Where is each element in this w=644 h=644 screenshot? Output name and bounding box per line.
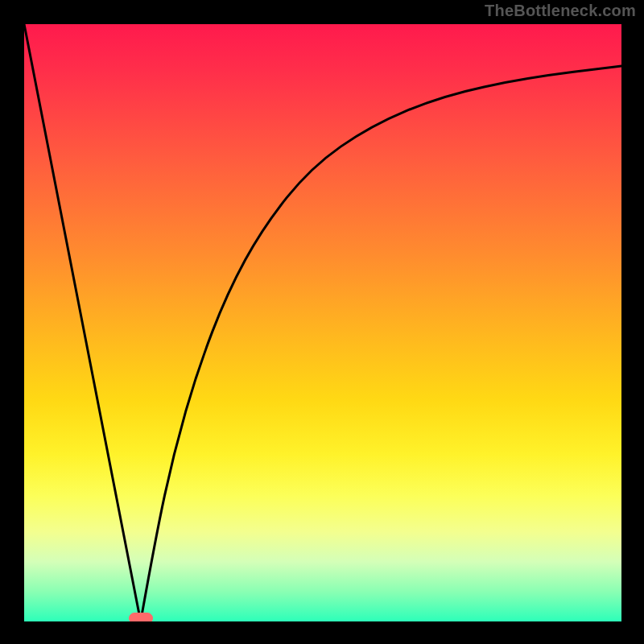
minimum-marker xyxy=(129,613,153,621)
curve-right xyxy=(141,66,621,621)
curve-layer xyxy=(24,24,621,621)
curve-left xyxy=(24,24,141,621)
chart-frame: TheBottleneck.com xyxy=(0,0,644,644)
watermark-text: TheBottleneck.com xyxy=(485,2,636,20)
plot-area xyxy=(24,24,621,621)
